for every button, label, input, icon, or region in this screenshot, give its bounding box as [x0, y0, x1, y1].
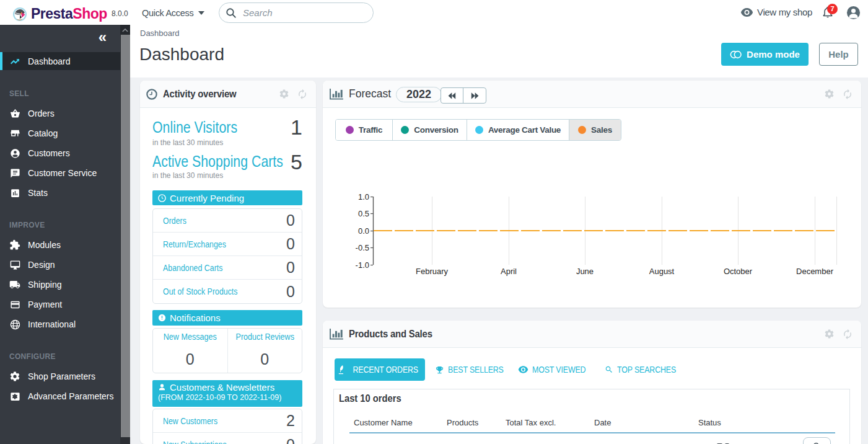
- svg-text:June: June: [576, 267, 594, 276]
- svg-text:0.5: 0.5: [358, 209, 369, 218]
- svg-text:0.0: 0.0: [358, 226, 369, 236]
- svg-text:December: December: [796, 267, 834, 276]
- svg-text:-1.0: -1.0: [356, 260, 369, 270]
- svg-text:1.0: 1.0: [358, 192, 369, 202]
- svg-text:August: August: [649, 267, 675, 276]
- svg-text:February: February: [416, 267, 449, 276]
- svg-text:-0.5: -0.5: [356, 243, 369, 252]
- svg-text:October: October: [724, 267, 753, 276]
- svg-text:April: April: [501, 267, 517, 276]
